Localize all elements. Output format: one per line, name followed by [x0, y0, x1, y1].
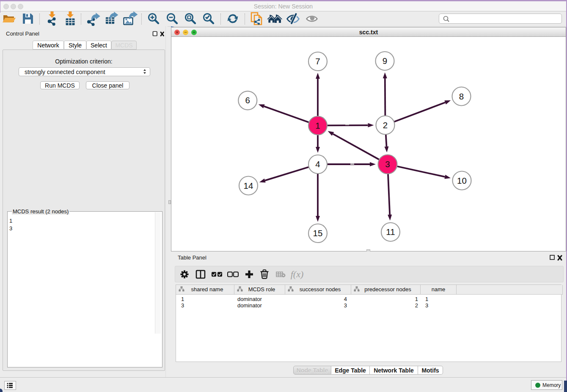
svg-text:6: 6: [245, 95, 250, 105]
svg-text:15: 15: [313, 228, 323, 238]
svg-text:10: 10: [457, 176, 467, 185]
svg-text:4: 4: [315, 159, 320, 169]
svg-text:14: 14: [244, 181, 253, 190]
svg-text:11: 11: [386, 227, 395, 237]
svg-text:1: 1: [315, 121, 320, 130]
svg-text:7: 7: [315, 56, 320, 66]
svg-text:3: 3: [385, 159, 390, 169]
svg-text:2: 2: [383, 120, 388, 130]
svg-text:f(x): f(x): [291, 269, 304, 279]
svg-text:8: 8: [459, 91, 464, 101]
svg-text:9: 9: [383, 56, 387, 66]
